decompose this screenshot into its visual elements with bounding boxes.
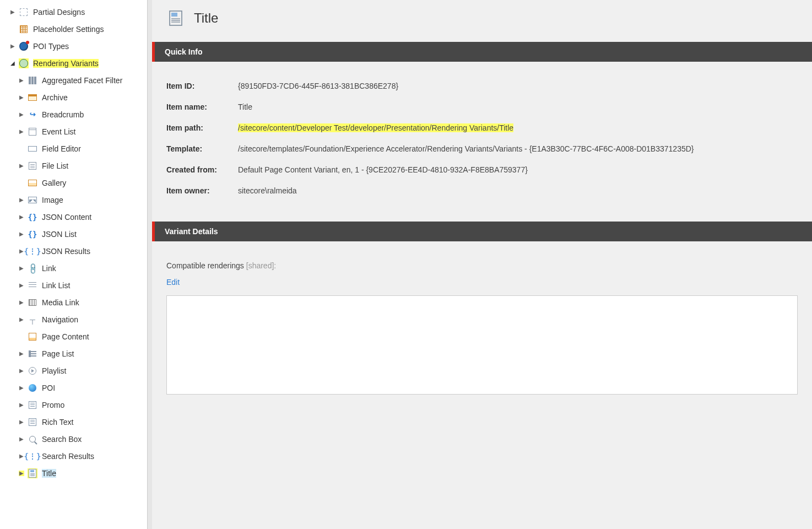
tree-node-label: Media Link bbox=[42, 298, 79, 307]
chevron-right-icon[interactable]: ▶ bbox=[19, 471, 24, 476]
pagecontent-icon bbox=[28, 332, 37, 342]
tree-node[interactable]: ▶POI bbox=[0, 379, 147, 396]
chevron-right-icon[interactable]: ▶ bbox=[19, 300, 24, 305]
info-label: Item path: bbox=[166, 123, 238, 132]
bread-icon: ↪ bbox=[28, 110, 37, 120]
chevron-right-icon[interactable]: ▶ bbox=[19, 112, 24, 117]
chevron-right-icon[interactable]: ▶ bbox=[19, 368, 24, 374]
tree-node[interactable]: ▶🔗Link bbox=[0, 260, 147, 277]
tree-node[interactable]: ▶Image bbox=[0, 191, 147, 208]
expand-spacer bbox=[19, 334, 24, 339]
info-value: sitecore\ralmeida bbox=[238, 186, 297, 195]
tree-node[interactable]: ▶Rich Text bbox=[0, 413, 147, 430]
braces-dotted-icon: {⋮} bbox=[28, 451, 37, 461]
tree-node[interactable]: ▶{}JSON Content bbox=[0, 208, 147, 225]
tree-node[interactable]: ▶Archive bbox=[0, 89, 147, 106]
item-title: Title bbox=[194, 10, 218, 26]
tree-node[interactable]: ▶↪Breadcrumb bbox=[0, 106, 147, 123]
archive-icon bbox=[28, 93, 37, 102]
tree-node[interactable]: ▶Aggregated Facet Filter bbox=[0, 72, 147, 89]
chevron-right-icon[interactable]: ▶ bbox=[19, 214, 24, 220]
variant-details-body: Compatible renderings [shared]: Edit bbox=[152, 241, 812, 409]
tree-node[interactable]: ▶{}JSON List bbox=[0, 225, 147, 242]
compatible-renderings-field[interactable] bbox=[166, 295, 798, 395]
tree-node[interactable]: Field Editor bbox=[0, 140, 147, 157]
tree-node-label: Promo bbox=[42, 401, 64, 409]
tree-node[interactable]: ▶{⋮}JSON Results bbox=[0, 242, 147, 260]
tree-node[interactable]: Gallery bbox=[0, 174, 147, 191]
box-dashed-icon bbox=[19, 7, 29, 17]
chevron-right-icon[interactable]: ▶ bbox=[19, 129, 24, 134]
tree-node[interactable]: ▶Link List bbox=[0, 277, 147, 294]
tree-node[interactable]: ▶Playlist bbox=[0, 362, 147, 379]
search-icon bbox=[28, 434, 37, 444]
chevron-right-icon[interactable]: ▶ bbox=[10, 44, 15, 49]
chevron-right-icon[interactable]: ▶ bbox=[19, 78, 24, 83]
gallery-icon bbox=[28, 178, 37, 188]
tree-node-label: Title bbox=[42, 469, 56, 478]
section-header-quick-info[interactable]: Quick Info bbox=[152, 42, 812, 62]
tree-node[interactable]: ▶Page List bbox=[0, 345, 147, 362]
chevron-right-icon[interactable]: ▶ bbox=[19, 163, 24, 169]
chevron-right-icon[interactable]: ▶ bbox=[19, 231, 24, 237]
document-icon bbox=[167, 10, 184, 26]
tree-node[interactable]: ▶Partial Designs bbox=[0, 3, 147, 20]
chevron-right-icon[interactable]: ▶ bbox=[19, 385, 24, 391]
chevron-right-icon[interactable]: ▶ bbox=[19, 95, 24, 100]
info-label: Created from: bbox=[166, 165, 238, 174]
grid4-icon bbox=[19, 24, 29, 34]
tree-node[interactable]: ▶Title bbox=[0, 465, 147, 482]
tree-node-label: Field Editor bbox=[42, 144, 81, 153]
chevron-right-icon[interactable]: ▶ bbox=[19, 317, 24, 322]
chevron-right-icon[interactable]: ▶ bbox=[19, 419, 24, 425]
chip-icon bbox=[19, 58, 29, 68]
tree-node[interactable]: ▶{⋮}Search Results bbox=[0, 447, 147, 465]
filelist-icon bbox=[28, 161, 37, 171]
tree-node-label: File List bbox=[42, 161, 68, 170]
tree-node[interactable]: ▶Media Link bbox=[0, 294, 147, 311]
tree-node[interactable]: ▶Search Box bbox=[0, 430, 147, 447]
tree-node-label: Link bbox=[42, 264, 56, 273]
rect-icon bbox=[28, 144, 37, 154]
tree-node-label: JSON Content bbox=[42, 213, 91, 222]
chevron-right-icon[interactable]: ▶ bbox=[19, 454, 24, 459]
tree-node-label: POI Types bbox=[33, 42, 69, 51]
picture-icon bbox=[28, 195, 37, 205]
info-label: Template: bbox=[166, 144, 238, 153]
chevron-down-icon[interactable]: ◢ bbox=[10, 61, 15, 66]
info-label: Item owner: bbox=[166, 186, 238, 195]
tree-node-label: Archive bbox=[42, 93, 68, 102]
chevron-right-icon[interactable]: ▶ bbox=[19, 266, 24, 271]
info-value: {89150FD3-7CD6-445F-8613-381BC386E278} bbox=[238, 82, 398, 90]
edit-link[interactable]: Edit bbox=[166, 278, 180, 287]
content-panel: Title Quick Info Item ID:{89150FD3-7CD6-… bbox=[148, 0, 812, 529]
chevron-right-icon[interactable]: ▶ bbox=[19, 402, 24, 408]
nav-icon: ┬ bbox=[28, 315, 37, 325]
chevron-right-icon[interactable]: ▶ bbox=[19, 249, 24, 254]
playlist-icon bbox=[28, 366, 37, 376]
tree-node[interactable]: ▶File List bbox=[0, 157, 147, 174]
tree-node-label: Search Results bbox=[42, 452, 94, 461]
tree-node[interactable]: ◢Rendering Variants bbox=[0, 55, 147, 72]
info-value: /sitecore/templates/Foundation/Experienc… bbox=[238, 144, 694, 153]
tree-node-label: Aggregated Facet Filter bbox=[42, 76, 122, 85]
content-tree: ▶Partial DesignsPlaceholder Settings▶POI… bbox=[0, 0, 148, 529]
info-label: Item name: bbox=[166, 102, 238, 111]
chevron-right-icon[interactable]: ▶ bbox=[19, 197, 24, 203]
tree-node-label: JSON List bbox=[42, 230, 77, 239]
tree-node[interactable]: Placeholder Settings bbox=[0, 20, 147, 37]
promo-icon bbox=[28, 417, 37, 427]
chevron-right-icon[interactable]: ▶ bbox=[19, 283, 24, 288]
chevron-right-icon[interactable]: ▶ bbox=[10, 9, 15, 15]
tree-node[interactable]: ▶┬Navigation bbox=[0, 311, 147, 328]
tree-node[interactable]: Page Content bbox=[0, 328, 147, 345]
calendar-icon bbox=[28, 127, 37, 137]
tree-node[interactable]: ▶Event List bbox=[0, 123, 147, 140]
chevron-right-icon[interactable]: ▶ bbox=[19, 351, 24, 357]
info-value: Default Page Content Variant, en, 1 - {9… bbox=[238, 165, 528, 174]
chevron-right-icon[interactable]: ▶ bbox=[19, 436, 24, 442]
section-header-variant-details[interactable]: Variant Details bbox=[152, 222, 812, 241]
tree-node[interactable]: ▶POI Types bbox=[0, 37, 147, 55]
tree-node-label: Placeholder Settings bbox=[33, 25, 104, 34]
tree-node[interactable]: ▶Promo bbox=[0, 396, 147, 413]
